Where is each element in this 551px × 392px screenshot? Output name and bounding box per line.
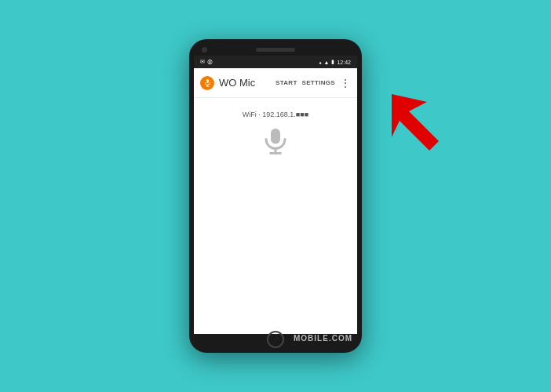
status-right-icons: ⬥ ▲ ▮ 12:42 — [319, 59, 351, 65]
earpiece-speaker — [256, 48, 295, 52]
bluetooth-icon: ⬥ — [319, 60, 322, 65]
watermark-line2: MOBILE.COM — [294, 333, 352, 343]
svg-marker-0 — [392, 94, 439, 151]
svg-rect-4 — [271, 129, 280, 144]
svg-rect-1 — [206, 79, 209, 83]
wifi-icon: ▲ — [324, 60, 330, 65]
battery-icon: ▮ — [331, 59, 334, 65]
status-bar: ✉ ⦿ ⬥ ▲ ▮ 12:42 — [194, 56, 357, 68]
toolbar-actions: START SETTINGS ⋮ — [276, 78, 351, 89]
status-left-icons: ✉ ⦿ — [200, 59, 213, 65]
mic-icon-container — [261, 126, 290, 154]
phone-screen: WO Mic START SETTINGS ⋮ WiFi · 192.168.1… — [194, 68, 357, 334]
sensor — [344, 47, 349, 53]
watermark-line1: PRODIGG — [294, 323, 352, 333]
red-arrow-icon — [392, 94, 470, 172]
app-content: WiFi · 192.168.1.■■■ — [194, 98, 357, 334]
start-button[interactable]: START — [276, 79, 297, 86]
mic-app-icon — [203, 78, 212, 87]
app-title: WO Mic — [219, 77, 271, 89]
scene-container: ✉ ⦿ ⬥ ▲ ▮ 12:42 — [189, 39, 362, 353]
app-icon — [200, 76, 214, 90]
envelope-icon: ✉ — [200, 59, 205, 65]
wifi-address-text: WiFi · 192.168.1.■■■ — [243, 111, 308, 118]
settings-button[interactable]: SETTINGS — [302, 79, 335, 86]
location-icon: ⦿ — [207, 60, 213, 65]
front-camera — [202, 47, 207, 53]
app-toolbar: WO Mic START SETTINGS ⋮ — [194, 68, 357, 98]
microphone-icon — [261, 126, 290, 154]
phone-device: ✉ ⦿ ⬥ ▲ ▮ 12:42 — [189, 39, 362, 353]
phone-top-bar — [194, 47, 357, 53]
watermark: PRODIGG MOBILE.COM — [294, 323, 352, 343]
time-display: 12:42 — [337, 60, 351, 65]
more-options-button[interactable]: ⋮ — [340, 78, 351, 89]
